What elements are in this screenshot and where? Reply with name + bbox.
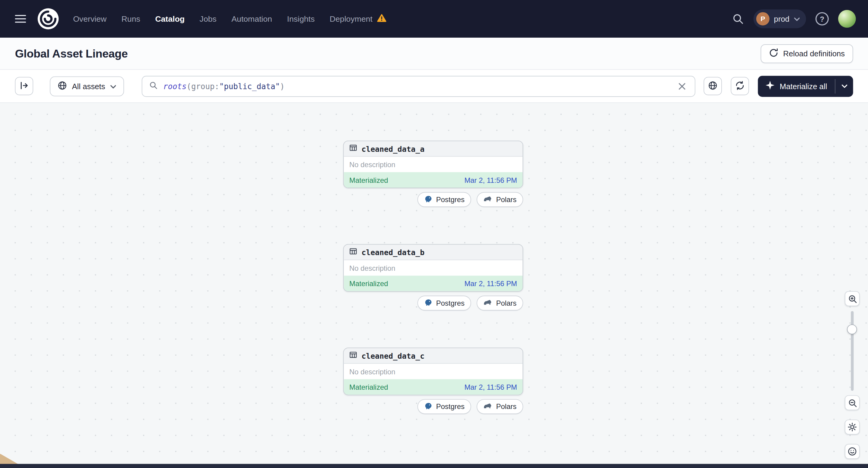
polars-icon [484, 195, 492, 204]
main-nav: Overview Runs Catalog Jobs Automation In… [73, 14, 386, 24]
corner-artifact [0, 454, 19, 464]
tag-postgres[interactable]: Postgres [417, 296, 471, 311]
asset-selection-query: roots(group:"public_data") [163, 82, 285, 90]
refresh-icon [736, 81, 745, 92]
asset-node-header: cleaned_data_b [344, 245, 523, 260]
asset-tags-row: Postgres Polars [417, 399, 523, 414]
materialize-split-button: Materialize all [758, 75, 853, 97]
nav-item-overview[interactable]: Overview [73, 14, 106, 23]
status-badge: Materialized [349, 279, 388, 288]
asset-description: No description [344, 157, 523, 172]
nav-item-jobs[interactable]: Jobs [200, 14, 217, 23]
lineage-toolbar: All assets roots(group:"public_data") [0, 70, 868, 103]
search-icon[interactable] [732, 13, 744, 25]
nav-item-deployment[interactable]: Deployment [330, 14, 386, 24]
deployment-badge: P [756, 12, 770, 25]
asset-tags-row: Postgres Polars [417, 192, 523, 207]
nav-item-automation[interactable]: Automation [231, 14, 272, 23]
table-icon [349, 247, 357, 257]
help-icon[interactable]: ? [815, 12, 829, 25]
panel-toggle-icon [19, 81, 29, 92]
asset-node-cleaned_data_c[interactable]: cleaned_data_c No description Materializ… [343, 347, 523, 395]
dagster-logo[interactable] [36, 7, 60, 30]
page-header: Global Asset Lineage Reload definitions [0, 38, 868, 70]
tag-postgres[interactable]: Postgres [417, 192, 471, 207]
asset-tags-row: Postgres Polars [417, 296, 523, 311]
reload-definitions-icon [769, 48, 778, 59]
materialize-options-caret[interactable] [835, 75, 853, 97]
lineage-canvas[interactable]: cleaned_data_a No description Materializ… [0, 103, 868, 468]
avatar[interactable] [838, 10, 856, 28]
tag-postgres[interactable]: Postgres [417, 399, 471, 414]
materialize-all-button[interactable]: Materialize all [758, 75, 835, 97]
sparkle-icon [766, 81, 775, 91]
graph-view-options-button[interactable] [704, 77, 722, 95]
window-bottom-edge [0, 464, 868, 468]
warning-icon [377, 14, 386, 24]
postgres-icon [424, 194, 433, 205]
table-icon [349, 350, 357, 361]
asset-node-cleaned_data_b[interactable]: cleaned_data_b No description Materializ… [343, 244, 523, 292]
tag-polars[interactable]: Polars [477, 296, 523, 311]
tag-polars[interactable]: Polars [477, 399, 523, 414]
asset-node-cleaned_data_a[interactable]: cleaned_data_a No description Materializ… [343, 141, 523, 188]
materialization-timestamp-link[interactable]: Mar 2, 11:56 PM [464, 383, 517, 391]
asset-description: No description [344, 364, 523, 379]
reload-definitions-button[interactable]: Reload definitions [761, 44, 853, 63]
status-badge: Materialized [349, 383, 388, 391]
postgres-icon [424, 402, 433, 412]
status-badge: Materialized [349, 176, 388, 184]
polars-icon [484, 402, 492, 411]
settings-icon[interactable] [845, 419, 860, 435]
asset-node-header: cleaned_data_a [344, 141, 523, 157]
asset-name: cleaned_data_b [362, 248, 424, 257]
table-icon [349, 144, 357, 154]
clear-icon[interactable] [676, 80, 688, 92]
asset-name: cleaned_data_c [362, 351, 424, 360]
asset-name: cleaned_data_a [362, 144, 424, 153]
materialization-timestamp-link[interactable]: Mar 2, 11:56 PM [464, 279, 517, 288]
deployment-switcher[interactable]: P prod [753, 9, 806, 28]
menu-icon[interactable] [12, 10, 29, 27]
page-title: Global Asset Lineage [15, 47, 128, 60]
refresh-button[interactable] [731, 77, 749, 95]
asset-status-row: Materialized Mar 2, 11:56 PM [344, 172, 523, 188]
asset-status-row: Materialized Mar 2, 11:56 PM [344, 379, 523, 395]
asset-node-header: cleaned_data_c [344, 348, 523, 364]
deployment-name: prod [774, 14, 790, 23]
asset-description: No description [344, 260, 523, 276]
search-icon [149, 81, 157, 92]
app: Overview Runs Catalog Jobs Automation In… [0, 0, 868, 468]
nav-item-runs[interactable]: Runs [121, 14, 140, 23]
zoom-in-icon[interactable] [845, 291, 860, 306]
materialization-timestamp-link[interactable]: Mar 2, 11:56 PM [464, 176, 517, 184]
zoom-slider-track[interactable] [851, 311, 854, 391]
nav-item-insights[interactable]: Insights [287, 14, 315, 23]
top-nav: Overview Runs Catalog Jobs Automation In… [0, 0, 868, 38]
postgres-icon [424, 298, 433, 308]
chevron-down-icon [110, 82, 116, 90]
polars-icon [484, 299, 492, 308]
nav-right: P prod ? [732, 9, 856, 28]
tag-polars[interactable]: Polars [477, 192, 523, 207]
chevron-down-icon [794, 15, 800, 23]
zoom-out-icon[interactable] [845, 395, 860, 410]
nav-item-catalog[interactable]: Catalog [155, 14, 185, 23]
asset-filter-dropdown[interactable]: All assets [50, 76, 124, 96]
zoom-slider-handle[interactable] [847, 324, 857, 334]
globe-icon [708, 81, 718, 92]
asset-status-row: Materialized Mar 2, 11:56 PM [344, 276, 523, 291]
asset-selection-input[interactable]: roots(group:"public_data") [142, 75, 695, 97]
globe-icon [58, 81, 67, 92]
feedback-icon[interactable] [845, 444, 860, 459]
open-left-panel-button[interactable] [15, 77, 33, 95]
